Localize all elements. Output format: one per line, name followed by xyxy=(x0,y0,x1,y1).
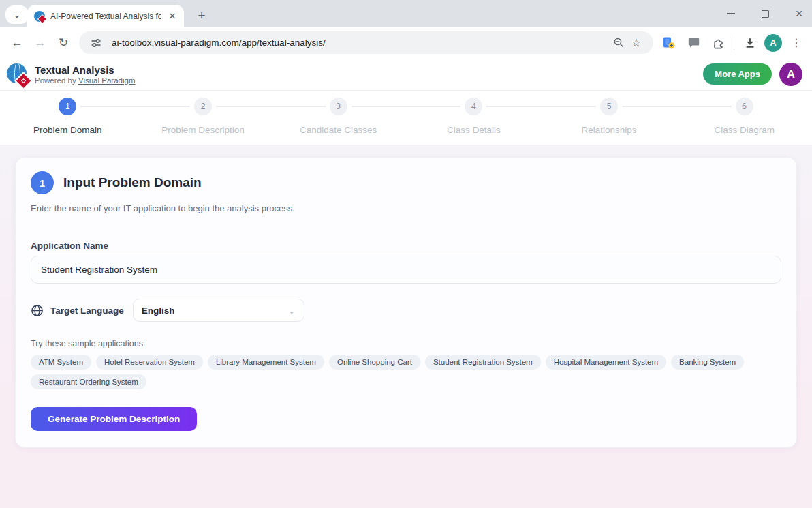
forward-button[interactable]: → xyxy=(29,31,52,55)
downloads-icon[interactable] xyxy=(740,33,760,53)
step-number: 3 xyxy=(330,98,347,115)
stepper-step[interactable]: 5 Relationships xyxy=(542,98,677,135)
browser-menu-icon[interactable]: ⋮ xyxy=(786,33,807,53)
card-step-badge: 1 xyxy=(31,171,54,194)
extensions-icon[interactable] xyxy=(708,33,728,53)
step-number: 5 xyxy=(600,98,618,115)
target-language-select[interactable]: English ⌄ xyxy=(133,299,304,322)
toolbar-actions: A ⋮ xyxy=(659,33,807,53)
tab-search-button[interactable]: ⌄ xyxy=(5,5,29,24)
more-apps-button[interactable]: More Apps xyxy=(703,63,772,85)
reload-button[interactable]: ↻ xyxy=(52,31,75,55)
app-title: Textual Analysis xyxy=(35,64,135,76)
powered-by: Powered by Visual Paradigm xyxy=(35,76,135,85)
sample-chip[interactable]: Hotel Reservation System xyxy=(96,355,203,370)
sample-chip[interactable]: Banking System xyxy=(671,355,744,370)
page-body: 1 Input Problem Domain Enter the name of… xyxy=(0,145,812,508)
browser-toolbar: ← → ↻ ai-toolbox.visual-paradigm.com/app… xyxy=(0,27,812,58)
browser-profile-avatar[interactable]: A xyxy=(764,34,782,52)
new-tab-button[interactable]: + xyxy=(192,6,211,25)
close-window-button[interactable]: ✕ xyxy=(793,8,805,20)
stepper-step[interactable]: 6 Class Diagram xyxy=(676,98,812,135)
sample-chip[interactable]: Hospital Management System xyxy=(546,355,666,370)
sample-chip[interactable]: ATM System xyxy=(31,355,91,370)
sample-chip[interactable]: Library Management System xyxy=(208,355,324,370)
card-title: Input Problem Domain xyxy=(63,175,202,190)
generate-problem-description-button[interactable]: Generate Problem Description xyxy=(31,407,197,431)
browser-tab[interactable]: AI-Powered Textual Analysis for ✕ xyxy=(27,5,184,27)
stepper-step[interactable]: 2 Problem Description xyxy=(136,98,271,135)
visual-paradigm-logo xyxy=(7,63,29,85)
visual-paradigm-link[interactable]: Visual Paradigm xyxy=(78,76,136,85)
step-label: Candidate Classes xyxy=(300,125,377,135)
chevron-down-icon: ⌄ xyxy=(288,305,296,316)
step-label: Problem Domain xyxy=(33,125,102,135)
step-label: Problem Description xyxy=(161,125,245,135)
step-number: 2 xyxy=(194,98,212,115)
sample-chip[interactable]: Student Registration System xyxy=(425,355,541,370)
step-number: 6 xyxy=(736,98,753,115)
browser-titlebar: ⌄ AI-Powered Textual Analysis for ✕ + ✕ xyxy=(0,0,812,27)
url-text[interactable]: ai-toolbox.visual-paradigm.com/app/textu… xyxy=(112,38,610,48)
globe-icon xyxy=(31,304,44,317)
app-header: Textual Analysis Powered by Visual Parad… xyxy=(0,58,812,91)
stepper-step[interactable]: 3 Candidate Classes xyxy=(270,98,406,135)
sample-chips: ATM System Hotel Reservation System Libr… xyxy=(31,355,781,389)
zoom-icon[interactable] xyxy=(610,34,627,52)
problem-domain-card: 1 Input Problem Domain Enter the name of… xyxy=(15,157,797,448)
chevron-down-icon: ⌄ xyxy=(14,10,21,20)
samples-label: Try these sample applications: xyxy=(31,339,781,348)
window-controls: ✕ xyxy=(725,0,805,27)
application-name-label: Application Name xyxy=(31,241,781,251)
toolbar-divider xyxy=(734,36,734,50)
comment-icon[interactable] xyxy=(683,33,704,53)
maximize-button[interactable] xyxy=(759,8,771,20)
card-subtitle: Enter the name of your IT application to… xyxy=(31,203,781,213)
stepper-step[interactable]: 4 Class Details xyxy=(406,98,542,135)
reading-mode-icon[interactable] xyxy=(659,33,679,53)
close-icon: ✕ xyxy=(795,8,803,19)
stepper: 1 Problem Domain 2 Problem Description 3… xyxy=(0,91,812,145)
step-number: 4 xyxy=(465,98,482,115)
tab-favicon xyxy=(34,11,45,22)
step-label: Relationships xyxy=(582,125,637,135)
sample-chip[interactable]: Online Shopping Cart xyxy=(329,355,420,370)
selected-language: English xyxy=(142,305,175,316)
step-number: 1 xyxy=(59,98,76,115)
tab-close-icon[interactable]: ✕ xyxy=(166,10,178,23)
site-settings-icon[interactable] xyxy=(87,34,105,52)
minimize-button[interactable] xyxy=(725,8,737,20)
target-language-label: Target Language xyxy=(50,305,124,316)
app-title-block: Textual Analysis Powered by Visual Parad… xyxy=(35,64,135,85)
tab-title: AI-Powered Textual Analysis for xyxy=(50,12,161,21)
user-avatar[interactable]: A xyxy=(779,63,802,86)
back-button[interactable]: ← xyxy=(5,31,29,55)
minimize-icon xyxy=(727,13,735,14)
application-name-input[interactable] xyxy=(31,256,781,284)
step-label: Class Details xyxy=(447,125,501,135)
address-bar[interactable]: ai-toolbox.visual-paradigm.com/app/textu… xyxy=(79,31,653,54)
bookmark-star-icon[interactable]: ☆ xyxy=(627,34,645,52)
step-label: Class Diagram xyxy=(714,125,775,135)
maximize-icon xyxy=(762,10,769,18)
stepper-step[interactable]: 1 Problem Domain xyxy=(0,98,136,135)
sample-chip[interactable]: Restaurant Ordering System xyxy=(31,374,146,389)
